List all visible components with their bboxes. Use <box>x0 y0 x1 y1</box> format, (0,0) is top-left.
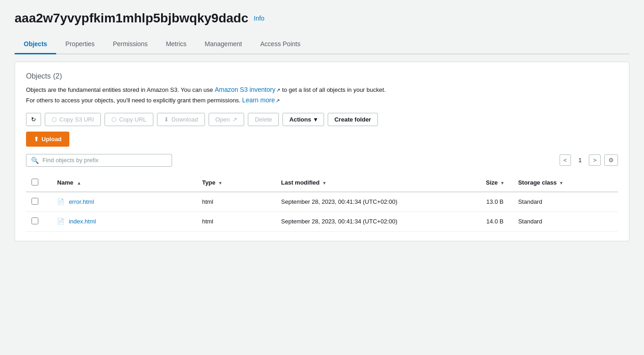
col-header-name[interactable]: Name ▲ <box>52 174 196 192</box>
tabs-bar: Objects Properties Permissions Metrics M… <box>15 35 629 54</box>
row-type: html <box>197 192 276 212</box>
row-storage-class: Standard <box>513 192 618 212</box>
copy-icon-2: ⬡ <box>111 116 116 123</box>
size-sort-icon: ▾ <box>501 180 503 185</box>
actions-label: Actions <box>289 116 311 123</box>
copy-s3-uri-label: Copy S3 URI <box>59 116 94 123</box>
copy-url-label: Copy URL <box>119 116 147 123</box>
download-label: Download <box>172 116 198 123</box>
search-row: 🔍 < 1 > ⚙ <box>26 154 618 167</box>
open-button[interactable]: Open ↗ <box>209 113 245 126</box>
tab-properties[interactable]: Properties <box>56 35 104 54</box>
delete-button[interactable]: Delete <box>248 113 279 126</box>
row-name: 📄 index.html <box>52 212 196 231</box>
search-icon: 🔍 <box>31 157 39 164</box>
copy-icon-1: ⬡ <box>52 116 57 123</box>
file-icon: 📄 <box>57 198 64 205</box>
search-box: 🔍 <box>26 154 172 167</box>
modified-sort-icon: ▾ <box>323 180 325 185</box>
copy-s3-uri-button[interactable]: ⬡ Copy S3 URI <box>45 113 101 126</box>
desc-text-1: Objects are the fundamental entities sto… <box>26 86 215 93</box>
table-header-row: Name ▲ Type ▾ Last modified ▾ Size ▾ <box>26 174 618 192</box>
col-header-type[interactable]: Type ▾ <box>197 174 276 192</box>
tab-management[interactable]: Management <box>196 35 251 54</box>
tab-access-points[interactable]: Access Points <box>251 35 309 54</box>
pagination-controls: < 1 > ⚙ <box>560 154 618 166</box>
pagination-next-button[interactable]: > <box>589 154 601 166</box>
section-description: Objects are the fundamental entities sto… <box>26 85 618 106</box>
row-type: html <box>197 212 276 231</box>
open-label: Open <box>215 116 230 123</box>
pagination-page: 1 <box>575 155 585 165</box>
delete-label: Delete <box>255 116 272 123</box>
toolbar: ↻ ⬡ Copy S3 URI ⬡ Copy URL ⬇ Download Op… <box>26 113 618 126</box>
refresh-icon: ↻ <box>31 116 36 123</box>
section-title-text: Objects <box>26 72 51 80</box>
row-size: 14.0 B <box>434 212 513 231</box>
row-checkbox-cell <box>26 212 52 231</box>
learn-more-link[interactable]: Learn more <box>242 96 275 104</box>
col-header-modified[interactable]: Last modified ▾ <box>276 174 434 192</box>
upload-icon: ⬆ <box>34 136 39 143</box>
storage-sort-icon: ▾ <box>560 180 562 185</box>
file-name-link[interactable]: index.html <box>69 218 96 225</box>
row-last-modified: September 28, 2023, 00:41:34 (UTC+02:00) <box>276 212 434 231</box>
tab-metrics[interactable]: Metrics <box>157 35 195 54</box>
select-all-checkbox[interactable] <box>31 179 38 185</box>
upload-button[interactable]: ⬆ Upload <box>26 132 69 147</box>
row-last-modified: September 28, 2023, 00:41:34 (UTC+02:00) <box>276 192 434 212</box>
desc-text-2: to get a list of all objects in your buc… <box>282 86 386 93</box>
refresh-button[interactable]: ↻ <box>26 113 41 126</box>
select-all-cell <box>26 174 52 192</box>
actions-chevron-icon: ▾ <box>314 116 317 123</box>
download-button[interactable]: ⬇ Download <box>157 113 205 126</box>
objects-panel: Objects (2) Objects are the fundamental … <box>15 62 629 241</box>
table-row: 📄 error.html html September 28, 2023, 00… <box>26 192 618 212</box>
col-header-size[interactable]: Size ▾ <box>434 174 513 192</box>
row-checkbox-cell <box>26 192 52 212</box>
objects-table: Name ▲ Type ▾ Last modified ▾ Size ▾ <box>26 174 618 232</box>
pagination-prev-button[interactable]: < <box>560 154 571 166</box>
row-checkbox[interactable] <box>31 198 38 205</box>
ext-icon-1: ↗ <box>276 86 280 95</box>
row-storage-class: Standard <box>513 212 618 231</box>
bucket-name: aaa2w7yvypfkim1mhlp5bjbwqky9dadc <box>15 11 248 26</box>
tab-permissions[interactable]: Permissions <box>104 35 157 54</box>
row-checkbox[interactable] <box>31 217 38 224</box>
copy-url-button[interactable]: ⬡ Copy URL <box>105 113 153 126</box>
open-icon: ↗ <box>232 116 237 123</box>
name-sort-icon: ▲ <box>77 180 81 185</box>
create-folder-label: Create folder <box>335 116 371 123</box>
actions-button[interactable]: Actions ▾ <box>283 113 324 126</box>
upload-label: Upload <box>42 136 62 143</box>
table-row: 📄 index.html html September 28, 2023, 00… <box>26 212 618 231</box>
tab-objects[interactable]: Objects <box>15 35 56 54</box>
info-link[interactable]: Info <box>254 15 264 22</box>
inventory-link[interactable]: Amazon S3 inventory <box>215 86 275 93</box>
search-input[interactable] <box>42 157 167 164</box>
create-folder-button[interactable]: Create folder <box>328 113 378 126</box>
file-name-link[interactable]: error.html <box>69 198 94 205</box>
section-count: (2) <box>53 72 62 80</box>
col-header-storage[interactable]: Storage class ▾ <box>513 174 618 192</box>
row-name: 📄 error.html <box>52 192 196 212</box>
section-title: Objects (2) <box>26 71 618 81</box>
ext-icon-2: ↗ <box>276 97 280 105</box>
settings-button[interactable]: ⚙ <box>604 154 618 166</box>
row-size: 13.0 B <box>434 192 513 212</box>
type-sort-icon: ▾ <box>219 180 221 185</box>
file-icon: 📄 <box>57 218 64 225</box>
desc-text-3: For others to access your objects, you'l… <box>26 97 242 104</box>
download-icon: ⬇ <box>164 116 169 123</box>
